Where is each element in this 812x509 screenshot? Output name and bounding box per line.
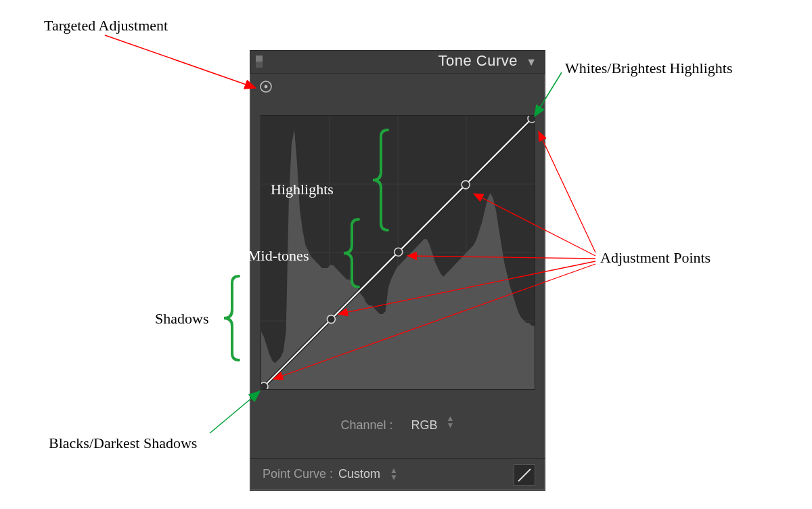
control-point-midtones[interactable] <box>394 248 403 256</box>
point-curve-select[interactable]: Custom <box>338 467 380 481</box>
annotation-adjustment-points: Adjustment Points <box>600 249 710 267</box>
svg-line-11 <box>539 131 595 252</box>
panel-drag-handle[interactable] <box>256 56 263 68</box>
targeted-adjustment-tool-icon[interactable] <box>258 79 273 94</box>
panel-header: Tone Curve ▼ <box>250 51 545 74</box>
region-label-shadows: Shadows <box>155 310 208 328</box>
tone-curve-panel: Tone Curve ▼ <box>250 50 545 491</box>
svg-point-1 <box>265 85 268 89</box>
channel-row: Channel : RGB ▲▼ <box>250 415 545 446</box>
control-point-blacks[interactable] <box>261 382 268 389</box>
panel-title: Tone Curve <box>438 52 518 70</box>
control-point-whites[interactable] <box>528 116 535 123</box>
targeted-adjustment-row <box>250 74 545 99</box>
point-curve-row: Point Curve : Custom ▲▼ <box>250 458 545 490</box>
annotation-whites: Whites/Brightest Highlights <box>565 60 733 77</box>
arrow-targeted-adjustment <box>105 35 256 88</box>
svg-line-10 <box>518 469 531 481</box>
channel-label: Channel : <box>341 418 393 433</box>
curve-mode-toggle-icon[interactable] <box>514 464 535 486</box>
annotation-blacks: Blacks/Darkest Shadows <box>49 435 197 452</box>
control-point-shadows[interactable] <box>327 315 335 324</box>
region-label-midtones: Mid-tones <box>248 247 309 265</box>
collapse-triangle-icon[interactable]: ▼ <box>526 56 537 68</box>
control-point-highlights[interactable] <box>461 181 470 189</box>
channel-select[interactable]: RGB <box>411 418 438 433</box>
channel-stepper-icon[interactable]: ▲▼ <box>447 415 455 428</box>
region-label-highlights: Highlights <box>271 181 334 198</box>
annotation-targeted-adjustment: Targeted Adjustment <box>44 17 168 35</box>
point-curve-stepper-icon[interactable]: ▲▼ <box>390 467 398 481</box>
point-curve-label: Point Curve : <box>263 467 333 481</box>
